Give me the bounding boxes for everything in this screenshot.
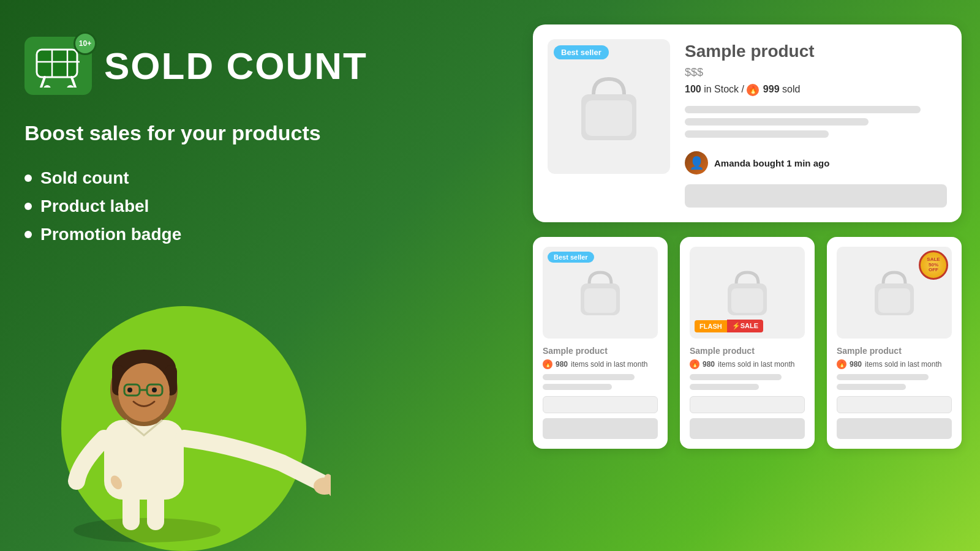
flash-label: FLASH [695,320,727,332]
skeleton-line-2 [685,118,869,126]
card-3-skel-2 [837,384,906,390]
card-1-sold-row: 🔥 980 items sold in last month [543,359,658,369]
card-3-fire-icon: 🔥 [837,359,846,369]
svg-point-21 [152,388,157,392]
buyer-avatar: 👤 [685,151,708,174]
person-svg-wrap [24,322,331,551]
featured-product-image-wrap: Best seller [548,39,670,174]
left-panel: 10+ SOLD COUNT Boost sales for your prod… [24,37,380,253]
card-3-sold-label: items sold in last month [865,360,941,369]
fire-icon: 🔥 [747,84,759,96]
product-card-2: FLASH ⚡SALE Sample product 🔥 980 items s… [680,237,815,449]
card-2-sold-count: 980 [703,360,715,369]
sold-count: 999 [763,84,780,94]
features-list: Sold count Product label Promotion badge [24,168,380,244]
skeleton-line-3 [685,130,829,138]
svg-point-1 [43,85,51,88]
sale-label: ⚡SALE [727,320,763,332]
svg-rect-0 [37,50,77,77]
card-2-bag-icon [723,265,772,320]
buyer-text: Amanda bought 1 min ago [714,158,829,168]
card-3-btn-skeleton [837,418,952,439]
card-1-bag-icon [576,265,625,320]
feature-item-1: Sold count [24,168,380,188]
card-1-best-seller-badge: Best seller [548,252,594,263]
product-card-1: Best seller Sample product 🔥 980 items s… [533,237,668,449]
card-1-product-name: Sample product [543,346,658,356]
feature-item-3: Promotion badge [24,225,380,244]
sale-sticker-text: SALE50%OFF [927,257,940,273]
featured-product-card: Best seller Sample product $$$ 100 in St… [533,24,962,222]
badge-10-plus: 10+ [74,32,97,55]
card-1-btn-skeleton [543,418,658,439]
recent-buyer-row: 👤 Amanda bought 1 min ago [685,151,947,174]
card-1-qty-input-skeleton [543,396,658,413]
cart-icon [34,45,83,88]
card-3-image-wrap: SALE50%OFF [837,247,952,339]
card-3-sold-count: 980 [850,360,862,369]
character-illustration [24,318,343,551]
card-1-sold-label: items sold in last month [571,360,647,369]
featured-bag-icon [572,67,646,146]
card-1-fire-icon: 🔥 [543,359,552,369]
card-1-skel-1 [543,374,635,380]
card-2-sold-row: 🔥 980 items sold in last month [690,359,805,369]
card-2-fire-icon: 🔥 [690,359,699,369]
card-3-skel-1 [837,374,929,380]
person-icon [24,322,331,549]
featured-product-price: $$$ [685,66,947,79]
sale-sticker-badge: SALE50%OFF [919,250,948,280]
best-seller-badge: Best seller [554,45,609,59]
card-2-skel-2 [690,384,759,390]
card-1-skel-2 [543,384,612,390]
svg-point-2 [67,85,74,88]
card-1-skeleton-lines [543,374,658,390]
bullet-icon [24,203,32,210]
stock-row: 100 in Stock / 🔥 999 sold [685,84,947,96]
product-card-3: SALE50%OFF Sample product 🔥 980 items so… [827,237,962,449]
card-3-skeleton-lines [837,374,952,390]
card-3-qty-input-skeleton [837,396,952,413]
flash-sale-badge: FLASH ⚡SALE [695,320,763,332]
card-2-qty-input-skeleton [690,396,805,413]
svg-point-20 [127,388,132,392]
card-3-sold-row: 🔥 980 items sold in last month [837,359,952,369]
right-panel: Best seller Sample product $$$ 100 in St… [533,24,962,449]
card-2-btn-skeleton [690,418,805,439]
skeleton-line-1 [685,106,921,113]
feature-label-1: Sold count [40,168,129,188]
card-2-product-name: Sample product [690,346,805,356]
card-3-product-name: Sample product [837,346,952,356]
featured-product-title: Sample product [685,42,947,61]
card-2-skeleton-lines [690,374,805,390]
card-3-bag-icon [870,265,919,320]
feature-item-2: Product label [24,197,380,216]
feature-label-2: Product label [40,197,149,216]
bullet-icon [24,231,32,238]
card-2-skel-1 [690,374,782,380]
stock-label: in Stock / [704,84,747,94]
card-1-image-wrap: Best seller [543,247,658,339]
skeleton-lines-featured [685,106,947,138]
stock-count: 100 [685,84,701,94]
bottom-product-cards: Best seller Sample product 🔥 980 items s… [533,237,962,449]
card-1-sold-count: 980 [556,360,568,369]
svg-rect-27 [731,288,763,313]
logo-row: 10+ SOLD COUNT [24,37,380,95]
svg-rect-29 [878,288,910,313]
svg-rect-25 [584,288,616,313]
svg-rect-23 [586,100,632,136]
featured-product-info: Sample product $$$ 100 in Stock / 🔥 999 … [685,39,947,208]
bullet-icon [24,174,32,182]
sold-label: sold [782,84,800,94]
tagline: Boost sales for your products [24,119,380,146]
card-2-image-wrap: FLASH ⚡SALE [690,247,805,339]
card-2-sold-label: items sold in last month [718,360,794,369]
cart-icon-wrap: 10+ [24,37,92,95]
app-title: SOLD COUNT [104,47,368,85]
add-to-cart-skeleton [685,184,947,208]
feature-label-3: Promotion badge [40,225,181,244]
